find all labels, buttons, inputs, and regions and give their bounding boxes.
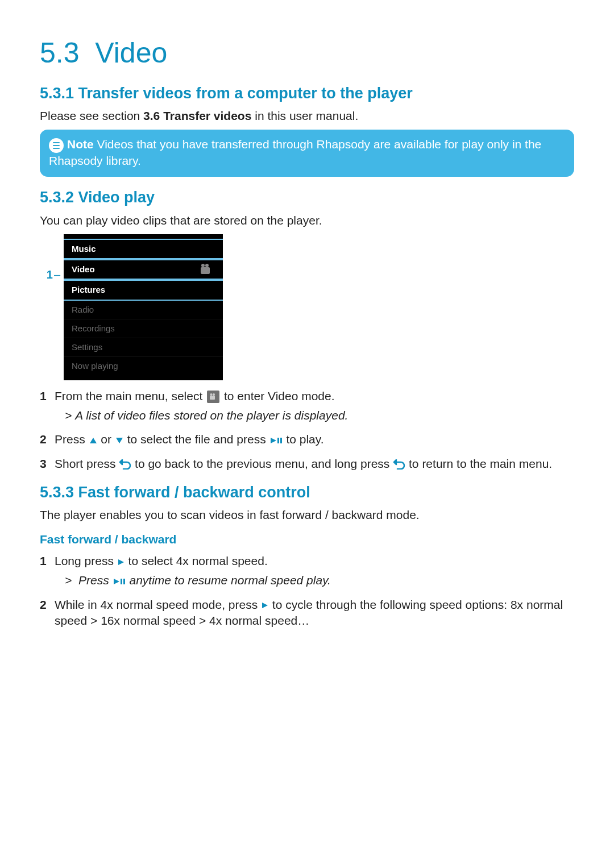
player-menu-item: Settings [64, 338, 223, 357]
svg-marker-14 [114, 579, 119, 584]
video-icon [200, 264, 215, 275]
player-menu-item: Music [64, 239, 223, 259]
play-pause-icon [269, 437, 283, 445]
svg-rect-15 [121, 579, 122, 584]
player-menu-item: Pictures [64, 280, 223, 300]
step-item: 2 While in 4x normal speed mode, press t… [40, 597, 574, 629]
player-screenshot-figure: 1– Music Video Pictures Radio Recordings… [40, 234, 574, 380]
svg-point-1 [201, 264, 205, 267]
svg-rect-0 [201, 267, 210, 274]
cross-ref: 3.6 Transfer videos [143, 109, 251, 122]
back-arrow-icon [119, 459, 131, 470]
svg-marker-7 [116, 438, 123, 443]
player-menu-item: Recordings [64, 319, 223, 338]
section-title-text: Video [95, 37, 167, 69]
note-label: Note [67, 138, 94, 151]
step-result: > Press anytime to resume normal speed p… [65, 572, 574, 588]
step-item: 3 Short press to go back to the previous… [40, 456, 574, 472]
note-icon [49, 138, 64, 153]
section-number: 5.3 [40, 37, 80, 69]
player-menu-item-selected: Video [64, 259, 223, 280]
subsection-5-3-2-intro: You can play video clips that are stored… [40, 213, 574, 229]
subsection-5-3-3-heading: 5.3.3 Fast forward / backward control [40, 482, 574, 502]
player-menu-item: Radio [64, 301, 223, 319]
steps-list-5-3-2: 1 From the main menu, select to enter Vi… [40, 388, 574, 472]
step-item: 1 From the main menu, select to enter Vi… [40, 388, 574, 424]
subsub-heading: Fast forward / backward [40, 531, 574, 547]
back-arrow-icon [393, 459, 405, 470]
svg-point-4 [210, 393, 213, 396]
note-text: Videos that you have transferred through… [49, 138, 541, 167]
down-arrow-icon [115, 437, 124, 445]
subsection-5-3-1-heading: 5.3.1 Transfer videos from a computer to… [40, 83, 574, 103]
svg-point-2 [205, 264, 209, 267]
svg-marker-17 [262, 603, 268, 608]
step-item: 2 Press or to select the file and press … [40, 431, 574, 447]
svg-rect-10 [280, 438, 282, 443]
svg-rect-3 [210, 396, 215, 400]
section-heading: 5.3 Video [40, 34, 574, 73]
player-menu-item: Now playing [64, 357, 223, 375]
play-pause-icon [113, 578, 126, 585]
video-mode-icon [207, 391, 219, 403]
svg-point-5 [213, 393, 215, 396]
right-arrow-icon [261, 601, 269, 609]
svg-marker-8 [271, 438, 276, 443]
step-result: >A list of video files stored on the pla… [65, 408, 574, 423]
subsection-5-3-1-text: Please see section 3.6 Transfer videos i… [40, 108, 574, 124]
svg-rect-16 [123, 579, 125, 584]
steps-list-5-3-3: 1 Long press to select 4x normal speed. … [40, 553, 574, 629]
svg-marker-13 [118, 559, 124, 565]
up-arrow-icon [89, 437, 98, 445]
note-box: Note Videos that you have transferred th… [40, 130, 574, 177]
svg-rect-9 [277, 438, 279, 443]
player-menu-screen: Music Video Pictures Radio Recordings Se… [64, 234, 223, 380]
step-item: 1 Long press to select 4x normal speed. … [40, 553, 574, 589]
subsection-5-3-3-intro: The player enables you to scan videos in… [40, 507, 574, 523]
right-arrow-icon [117, 558, 125, 566]
svg-marker-6 [90, 438, 97, 443]
figure-callout: 1– [40, 234, 64, 283]
subsection-5-3-2-heading: 5.3.2 Video play [40, 187, 574, 207]
